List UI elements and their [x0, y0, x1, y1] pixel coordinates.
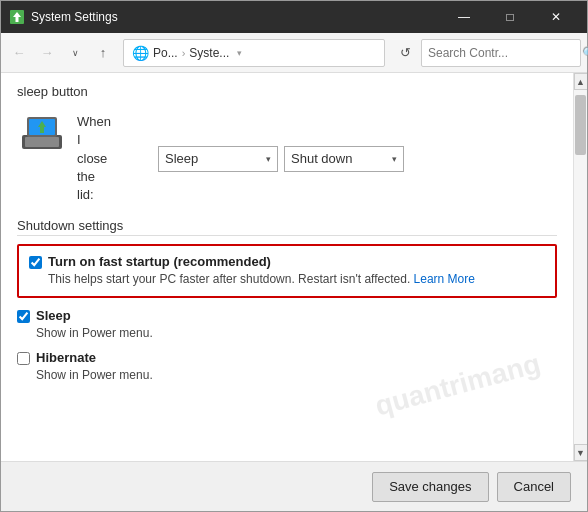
search-input[interactable] — [428, 46, 578, 60]
hibernate-desc: Show in Power menu. — [36, 367, 557, 384]
lid-dropdown-1-value: Sleep — [165, 151, 198, 166]
svg-rect-3 — [25, 137, 59, 147]
window-icon — [9, 9, 25, 25]
sleep-checkbox[interactable] — [17, 310, 30, 323]
bottom-bar: Save changes Cancel — [1, 461, 587, 511]
laptop-icon — [17, 107, 67, 157]
sleep-desc: Show in Power menu. — [36, 325, 557, 342]
lid-section: When I close the lid: Sleep ▾ Shut down … — [17, 105, 557, 204]
minimize-button[interactable]: — — [441, 1, 487, 33]
scroll-up-arrow[interactable]: ▲ — [574, 73, 588, 90]
fast-startup-checkbox[interactable] — [29, 256, 42, 269]
cancel-button[interactable]: Cancel — [497, 472, 571, 502]
hibernate-checkbox[interactable] — [17, 352, 30, 365]
breadcrumb: 🌐 Po... › Syste... ▾ — [123, 39, 385, 67]
lid-dropdown-2[interactable]: Shut down ▾ — [284, 146, 404, 172]
sleep-option: Sleep Show in Power menu. — [17, 308, 557, 342]
lid-controls-area: When I close the lid: Sleep ▾ Shut down … — [77, 105, 557, 204]
chevron-down-icon-2: ▾ — [392, 154, 397, 164]
forward-button[interactable]: → — [35, 41, 59, 65]
breadcrumb-icon: 🌐 — [132, 45, 149, 61]
dropdown-nav-button[interactable]: ∨ — [63, 41, 87, 65]
breadcrumb-part1: Po... — [153, 46, 178, 60]
hibernate-label-text[interactable]: Hibernate — [36, 350, 96, 365]
fast-startup-row: Turn on fast startup (recommended) — [29, 254, 545, 269]
lid-label: When I close the lid: — [77, 113, 152, 204]
search-icon: 🔍 — [582, 46, 588, 60]
scroll-down-arrow[interactable]: ▼ — [574, 444, 588, 461]
address-bar: ← → ∨ ↑ 🌐 Po... › Syste... ▾ ↺ 🔍 — [1, 33, 587, 73]
content-area: sleep button — [1, 73, 587, 461]
scroll-track[interactable] — [574, 90, 587, 444]
close-button[interactable]: ✕ — [533, 1, 579, 33]
chevron-down-icon: ▾ — [266, 154, 271, 164]
fast-startup-label[interactable]: Turn on fast startup (recommended) — [48, 254, 271, 269]
lid-dropdown-1[interactable]: Sleep ▾ — [158, 146, 278, 172]
title-bar: System Settings — □ ✕ — [1, 1, 587, 33]
up-button[interactable]: ↑ — [91, 41, 115, 65]
learn-more-link[interactable]: Learn More — [414, 272, 475, 286]
scroll-thumb[interactable] — [575, 95, 586, 155]
maximize-button[interactable]: □ — [487, 1, 533, 33]
breadcrumb-sep1: › — [182, 47, 186, 59]
sleep-label-text[interactable]: Sleep — [36, 308, 71, 323]
fast-startup-desc-text: This helps start your PC faster after sh… — [48, 272, 410, 286]
refresh-button[interactable]: ↺ — [393, 41, 417, 65]
fast-startup-box: Turn on fast startup (recommended) This … — [17, 244, 557, 298]
sleep-button-label: sleep button — [17, 83, 557, 101]
sleep-row: Sleep — [17, 308, 557, 323]
shutdown-settings-header: Shutdown settings — [17, 218, 557, 236]
fast-startup-desc: This helps start your PC faster after sh… — [48, 271, 545, 288]
search-box[interactable]: 🔍 — [421, 39, 581, 67]
breadcrumb-dropdown-arrow: ▾ — [237, 48, 242, 58]
window-title: System Settings — [31, 10, 441, 24]
back-button[interactable]: ← — [7, 41, 31, 65]
window-controls: — □ ✕ — [441, 1, 579, 33]
main-window: System Settings — □ ✕ ← → ∨ ↑ 🌐 Po... › … — [0, 0, 588, 512]
save-changes-button[interactable]: Save changes — [372, 472, 488, 502]
hibernate-row: Hibernate — [17, 350, 557, 365]
main-content: sleep button — [1, 73, 573, 461]
lid-controls: When I close the lid: Sleep ▾ Shut down … — [77, 113, 557, 204]
scrollbar[interactable]: ▲ ▼ — [573, 73, 587, 461]
breadcrumb-part2: Syste... — [189, 46, 229, 60]
hibernate-option: Hibernate Show in Power menu. — [17, 350, 557, 384]
lid-dropdown-2-value: Shut down — [291, 151, 352, 166]
